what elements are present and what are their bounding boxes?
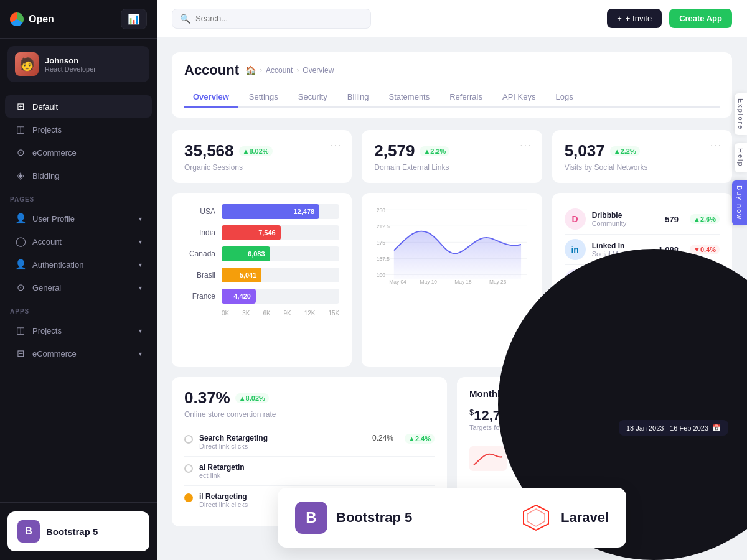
bootstrap-card[interactable]: B Bootstrap 5 bbox=[7, 511, 149, 551]
social-count: 1,458 bbox=[658, 337, 679, 346]
breadcrumb: 🏠 › Account › Overview bbox=[245, 65, 334, 75]
sidebar-item-authentication[interactable]: 👤 Authentication ▾ bbox=[5, 253, 152, 276]
social-badge: ▲2.6% bbox=[690, 214, 720, 224]
retargeting-row-1: al Retargetin ect link bbox=[184, 457, 435, 486]
stat-menu-0[interactable]: ··· bbox=[330, 140, 342, 151]
social-row: S Slack Messanger 794 ▲0.2% bbox=[565, 265, 720, 296]
retargeting-pct-0: 0.24% bbox=[372, 434, 393, 442]
tab-overview[interactable]: Overview bbox=[184, 87, 238, 108]
stat-value-0: 35,568 ▲8.02% bbox=[184, 141, 339, 161]
social-type: Social Media bbox=[592, 250, 631, 258]
bar-label: France bbox=[184, 292, 215, 301]
tab-api-keys[interactable]: API Keys bbox=[494, 87, 544, 108]
sidebar-item-label: User Profile bbox=[32, 214, 75, 223]
laravel-name: Laravel bbox=[561, 510, 609, 526]
explore-panel[interactable]: Explore bbox=[735, 93, 747, 135]
tab-logs[interactable]: Logs bbox=[547, 87, 581, 108]
sidebar-item-user-profile[interactable]: 👤 User Profile ▾ bbox=[5, 207, 152, 230]
invite-plus-icon: + bbox=[617, 14, 622, 23]
breadcrumb-sep2: › bbox=[296, 66, 299, 75]
tab-statements[interactable]: Statements bbox=[380, 87, 438, 108]
bar-track: 12,478 bbox=[222, 204, 339, 219]
mini-chart-2 bbox=[512, 446, 549, 471]
sidebar-item-account[interactable]: ◯ Account ▾ bbox=[5, 230, 152, 253]
monthly-title: Monthly Targets bbox=[469, 388, 720, 399]
app-logo[interactable]: Open bbox=[10, 12, 54, 26]
tab-billing[interactable]: Billing bbox=[339, 87, 378, 108]
authentication-icon: 👤 bbox=[15, 259, 26, 270]
projects-icon: ◫ bbox=[15, 124, 26, 135]
bar-chart-card: USA 12,478 India 7,546 Canada 6,083 Bras… bbox=[172, 193, 352, 367]
search-input[interactable] bbox=[195, 14, 363, 23]
social-type: Video Channel bbox=[592, 311, 637, 319]
create-app-button[interactable]: Create App bbox=[669, 9, 732, 28]
sidebar-icon-button[interactable]: 📊 bbox=[121, 9, 147, 29]
help-panel[interactable]: Help bbox=[735, 143, 747, 172]
calendar-icon: 📅 bbox=[712, 424, 721, 432]
tab-settings[interactable]: Settings bbox=[240, 87, 287, 108]
bar-track: 6,083 bbox=[222, 246, 339, 261]
retargeting-badge-0: ▲2.4% bbox=[405, 434, 435, 444]
page-title-row: Account 🏠 › Account › Overview bbox=[184, 62, 720, 78]
page-content: Account 🏠 › Account › Overview Overview … bbox=[157, 37, 747, 560]
sidebar-item-bidding[interactable]: ◈ Bidding bbox=[5, 164, 152, 187]
page-title: Account bbox=[184, 62, 239, 78]
retargeting-row-0: Search Retargeting Direct link clicks 0.… bbox=[184, 427, 435, 457]
conv-badge: ▲8.02% bbox=[235, 393, 269, 403]
search-icon: 🔍 bbox=[180, 14, 190, 24]
social-card: D Dribbble Community 579 ▲2.6% in Linked… bbox=[552, 193, 732, 367]
sidebar-item-general[interactable]: ⊙ General ▾ bbox=[5, 276, 152, 299]
sidebar-item-apps-projects[interactable]: ◫ Projects ▾ bbox=[5, 319, 152, 342]
sidebar-item-projects[interactable]: ◫ Projects bbox=[5, 118, 152, 141]
apps-section-label: APPS bbox=[0, 299, 157, 319]
invite-label: + Invite bbox=[626, 14, 652, 23]
stat-label-2: Visits by Social Networks bbox=[565, 163, 720, 172]
sidebar-item-apps-ecommerce[interactable]: ⊟ eCommerce ▾ bbox=[5, 342, 152, 365]
laravel-item: Laravel bbox=[520, 502, 609, 534]
monthly-sublabel-0: Targets for April bbox=[469, 424, 548, 431]
svg-text:100: 100 bbox=[377, 272, 385, 278]
breadcrumb-account-link[interactable]: Account bbox=[266, 66, 293, 75]
bar-row: USA 12,478 bbox=[184, 204, 339, 219]
breadcrumb-sep: › bbox=[260, 66, 262, 75]
sidebar-item-label: Account bbox=[32, 237, 62, 246]
buy-now-panel[interactable]: Buy now bbox=[732, 180, 747, 225]
stat-badge-0: ▲8.02% bbox=[239, 146, 273, 156]
invite-button[interactable]: + + Invite bbox=[607, 9, 662, 28]
tab-referrals[interactable]: Referrals bbox=[441, 87, 491, 108]
social-name: Slack bbox=[592, 272, 626, 281]
sidebar-item-ecommerce[interactable]: ⊙ eCommerce bbox=[5, 141, 152, 164]
chevron-down-icon: ▾ bbox=[139, 238, 142, 245]
avatar: 🧑 bbox=[15, 52, 39, 76]
search-box[interactable]: 🔍 bbox=[172, 9, 371, 29]
sidebar-nav: ⊞ Default ◫ Projects ⊙ eCommerce ◈ Biddi… bbox=[0, 90, 157, 502]
retargeting-sub-1: ect link bbox=[199, 472, 245, 479]
stats-grid: 35,568 ▲8.02% Organic Sessions ··· 2,579… bbox=[172, 130, 732, 183]
general-icon: ⊙ bbox=[15, 282, 26, 293]
social-count: 579 bbox=[665, 215, 679, 224]
sidebar-item-default[interactable]: ⊞ Default bbox=[5, 95, 152, 118]
chevron-down-icon: ▾ bbox=[139, 261, 142, 268]
social-badge: ▲8.3% bbox=[690, 336, 720, 346]
main-content: 🔍 + + Invite Create App Account 🏠 › Acco… bbox=[157, 0, 747, 560]
social-count: 978 bbox=[665, 306, 679, 315]
line-chart-svg: 250 212.5 175 137.5 100 bbox=[374, 204, 529, 285]
retargeting-sub-2: Direct link clicks bbox=[199, 501, 248, 508]
conv-number: 0.37% ▲8.02% bbox=[184, 388, 435, 408]
monthly-item-0: $12,706 Targets for April bbox=[469, 408, 548, 431]
social-icon: in bbox=[565, 239, 586, 260]
line-chart-card: 250 212.5 175 137.5 100 bbox=[362, 193, 542, 367]
user-role: React Developer bbox=[45, 65, 96, 73]
social-row: Ig Instagram Social Network 1,458 ▲8.3% bbox=[565, 326, 720, 356]
stat-menu-2[interactable]: ··· bbox=[710, 140, 722, 151]
bootstrap-logo: B bbox=[17, 520, 40, 543]
account-icon: ◯ bbox=[15, 236, 26, 247]
chevron-down-icon: ▾ bbox=[139, 327, 142, 334]
stat-menu-1[interactable]: ··· bbox=[520, 140, 532, 151]
tab-security[interactable]: Security bbox=[289, 87, 336, 108]
svg-text:May 26: May 26 bbox=[489, 279, 507, 285]
retargeting-dot-1 bbox=[184, 464, 193, 473]
sidebar-bottom: B Bootstrap 5 bbox=[0, 502, 157, 560]
bar-row: Canada 6,083 bbox=[184, 246, 339, 261]
user-card[interactable]: 🧑 Johnson React Developer bbox=[7, 46, 149, 82]
